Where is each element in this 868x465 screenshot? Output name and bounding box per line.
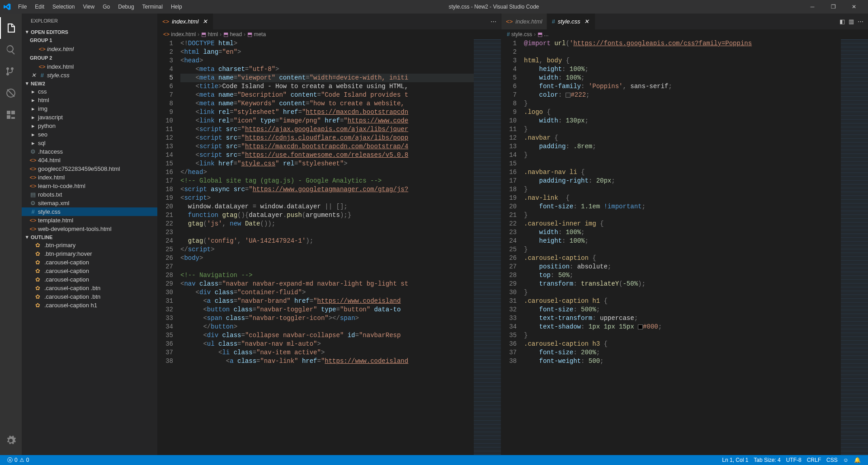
tree-file[interactable]: ⚙sitemap.xml bbox=[22, 199, 157, 207]
tree-file[interactable]: ⚙.htaccess bbox=[22, 147, 157, 156]
css-rule-icon: ✿ bbox=[35, 285, 44, 291]
tree-folder[interactable]: ▸sql bbox=[22, 139, 157, 147]
breadcrumb-item[interactable]: ⬒ ... bbox=[538, 31, 548, 38]
maximize-button[interactable]: ❐ bbox=[823, 0, 844, 14]
chevron-right-icon: ▸ bbox=[28, 88, 38, 95]
outline-header[interactable]: ▾Outline bbox=[22, 233, 157, 241]
activity-explorer[interactable] bbox=[0, 17, 22, 39]
minimap-1[interactable] bbox=[474, 39, 501, 455]
breadcrumb-item[interactable]: # style.css bbox=[507, 31, 532, 38]
tree-file[interactable]: #style.css bbox=[22, 207, 157, 216]
menu-go[interactable]: Go bbox=[99, 2, 113, 12]
status-lang[interactable]: CSS bbox=[824, 457, 840, 463]
breadcrumbs-2[interactable]: # style.css›⬒ ... bbox=[501, 29, 868, 39]
breadcrumb-item[interactable]: ⬒ html bbox=[201, 31, 218, 38]
tree-file[interactable]: ▤robots.txt bbox=[22, 190, 157, 199]
tree-folder[interactable]: ▸python bbox=[22, 122, 157, 130]
tree-file[interactable]: <>web-development-tools.html bbox=[22, 225, 157, 233]
tree-folder[interactable]: ▸seo bbox=[22, 130, 157, 139]
breadcrumb-item[interactable]: <> index.html bbox=[163, 31, 196, 38]
chevron-right-icon: ▸ bbox=[28, 122, 38, 129]
split-icon[interactable]: ◧ bbox=[840, 18, 845, 25]
outline-label: .btn-primary bbox=[44, 242, 75, 249]
folder-name: javascript bbox=[38, 114, 63, 121]
tree-folder[interactable]: ▸javascript bbox=[22, 113, 157, 122]
chevron-right-icon: ▸ bbox=[28, 114, 38, 121]
html-file-icon: <> bbox=[28, 174, 38, 181]
outline-item[interactable]: ✿.carousel-caption bbox=[22, 275, 157, 284]
html-file-icon: <> bbox=[162, 18, 169, 25]
tab-style-css[interactable]: #style.css✕ bbox=[547, 14, 595, 29]
tab-close-icon[interactable]: ✕ bbox=[201, 18, 208, 25]
more-icon[interactable]: ⋯ bbox=[858, 18, 863, 25]
tree-folder[interactable]: ▸img bbox=[22, 104, 157, 113]
tree-file[interactable]: <>learn-to-code.html bbox=[22, 182, 157, 190]
outline-item[interactable]: ✿.carousel-caption h1 bbox=[22, 301, 157, 310]
open-editor-item[interactable]: ✕#style.css bbox=[22, 71, 157, 80]
file-name: sitemap.xml bbox=[38, 200, 69, 207]
css-file-icon: # bbox=[552, 18, 555, 25]
activity-scm[interactable] bbox=[0, 61, 22, 82]
minimap-2[interactable] bbox=[841, 39, 868, 455]
status-lncol[interactable]: Ln 1, Col 1 bbox=[719, 457, 751, 463]
status-errors[interactable]: ⓧ0 ⚠0 bbox=[5, 456, 32, 464]
status-eol[interactable]: CRLF bbox=[804, 457, 824, 463]
outline-item[interactable]: ✿.btn-primary bbox=[22, 241, 157, 249]
menu-terminal[interactable]: Terminal bbox=[139, 2, 166, 12]
outline-item[interactable]: ✿.btn-primary:hover bbox=[22, 249, 157, 258]
tree-file[interactable]: <>index.html bbox=[22, 173, 157, 182]
tab-index-html[interactable]: <> index.html ✕ bbox=[158, 14, 213, 29]
tree-folder[interactable]: ▸css bbox=[22, 87, 157, 96]
outline-label: .carousel-caption h1 bbox=[44, 302, 97, 309]
close-icon[interactable]: ✕ bbox=[30, 72, 37, 79]
activity-debug[interactable] bbox=[0, 82, 22, 104]
status-tabsize[interactable]: Tab Size: 4 bbox=[751, 457, 783, 463]
tree-file[interactable]: <>404.html bbox=[22, 156, 157, 164]
tab-index-html[interactable]: <>index.html bbox=[501, 14, 547, 29]
minimize-button[interactable]: ─ bbox=[802, 0, 823, 14]
tab-label: index.html bbox=[172, 18, 198, 25]
menu-file[interactable]: File bbox=[14, 2, 30, 12]
folder-name: img bbox=[38, 105, 47, 112]
activity-extensions[interactable] bbox=[0, 104, 22, 126]
activity-settings[interactable] bbox=[0, 430, 22, 451]
file-name: .htaccess bbox=[38, 148, 63, 155]
open-editors-header[interactable]: ▾Open Editors bbox=[22, 28, 157, 36]
breadcrumb-item[interactable]: ⬒ head bbox=[223, 31, 242, 38]
more-icon[interactable]: ⋯ bbox=[491, 18, 496, 25]
code-editor-2[interactable]: 1234567891011121314151617181920212223242… bbox=[501, 39, 868, 455]
outline-item[interactable]: ✿.carousel-caption .btn bbox=[22, 292, 157, 301]
outline-label: .btn-primary:hover bbox=[44, 250, 92, 257]
menu-help[interactable]: Help bbox=[167, 2, 186, 12]
open-editor-item[interactable]: <>index.html bbox=[22, 62, 157, 71]
code-editor-1[interactable]: 1234567891011121314151617181920212223242… bbox=[158, 39, 501, 455]
menu-debug[interactable]: Debug bbox=[114, 2, 137, 12]
tree-file[interactable]: <>template.html bbox=[22, 216, 157, 225]
open-editor-item[interactable]: <>index.html bbox=[22, 45, 157, 53]
tree-folder[interactable]: ▸html bbox=[22, 96, 157, 104]
file-name: web-development-tools.html bbox=[38, 225, 112, 232]
outline-item[interactable]: ✿.carousel-caption bbox=[22, 258, 157, 267]
sidebar: Explorer ▾Open Editors Group 1<>index.ht… bbox=[22, 14, 157, 455]
file-name: learn-to-code.html bbox=[38, 183, 85, 189]
status-bell[interactable]: 🔔 bbox=[851, 457, 863, 463]
menu-edit[interactable]: Edit bbox=[31, 2, 48, 12]
close-button[interactable]: ✕ bbox=[844, 0, 864, 14]
status-feedback[interactable]: ☺ bbox=[840, 457, 851, 463]
window-title: style.css - New2 - Visual Studio Code bbox=[186, 4, 802, 10]
workspace-header[interactable]: ▾New2 bbox=[22, 80, 157, 87]
outline-item[interactable]: ✿.carousel-caption .btn bbox=[22, 284, 157, 292]
status-encoding[interactable]: UTF-8 bbox=[783, 457, 804, 463]
html-file-icon: <> bbox=[37, 63, 47, 70]
warning-icon: ⚠ bbox=[19, 457, 24, 463]
open-editors-group-label: Group 2 bbox=[22, 53, 157, 62]
breadcrumb-item[interactable]: ⬒ meta bbox=[247, 31, 266, 38]
layout-icon[interactable]: ▥ bbox=[849, 18, 854, 25]
activity-search[interactable] bbox=[0, 39, 22, 61]
menu-view[interactable]: View bbox=[79, 2, 98, 12]
menu-selection[interactable]: Selection bbox=[49, 2, 78, 12]
outline-item[interactable]: ✿.carousel-caption bbox=[22, 267, 157, 275]
breadcrumbs-1[interactable]: <> index.html›⬒ html›⬒ head›⬒ meta bbox=[158, 29, 501, 39]
tab-close-icon[interactable]: ✕ bbox=[583, 18, 590, 25]
tree-file[interactable]: <>googlecc752283459e5508.html bbox=[22, 164, 157, 173]
